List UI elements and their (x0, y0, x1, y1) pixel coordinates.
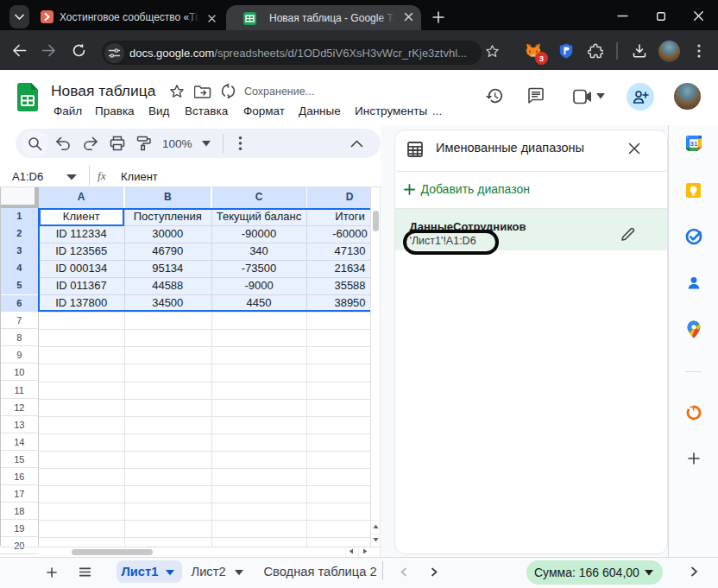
svg-text:31: 31 (690, 140, 698, 148)
